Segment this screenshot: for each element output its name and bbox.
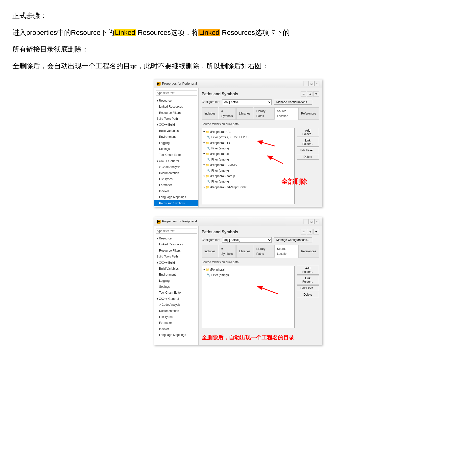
dialog2-menu-btn[interactable]: ▼ <box>313 229 319 234</box>
highlight-linked2: Linked <box>198 29 220 36</box>
dialog1-tree-item[interactable]: ▾ 📁 /Peripheral/RVMSIS <box>203 162 293 168</box>
dialog1-wrapper: ▶ Properties for Peripheral — □ × ▾ Reso… <box>12 79 464 207</box>
dialog2-tab[interactable]: Source Location <box>274 245 298 258</box>
sidebar2-item[interactable]: ▾ C/C++ General <box>154 296 198 302</box>
sidebar2-item[interactable]: Resource Filters <box>154 248 198 254</box>
dialog2-side-btn[interactable]: Add Folder... <box>297 266 319 275</box>
sidebar1-item[interactable]: Preprocessor Include Paths, Mac... <box>154 206 198 207</box>
sidebar1-item[interactable]: Build Variables <box>154 128 198 134</box>
dialog1-side-btn[interactable]: Edit Filter... <box>297 148 319 153</box>
dialog1-tree-item[interactable]: ▾ 📁 /Peripheral/Ld <box>203 151 293 157</box>
sidebar2-item[interactable]: ▾ Resource <box>154 235 198 241</box>
dialog1-side-btn[interactable]: Delete <box>297 154 319 160</box>
dialog2-filter-input[interactable] <box>156 229 197 234</box>
sidebar1-item[interactable]: Documentation <box>154 170 198 176</box>
sidebar1-item[interactable]: Resource Filters <box>154 110 198 116</box>
sidebar1-item[interactable]: Paths and Symbols <box>154 200 198 206</box>
dialog2-maximize[interactable]: □ <box>309 219 314 224</box>
dialog1-icon: ▶ <box>157 82 161 86</box>
dialog1-title: Properties for Peripheral <box>162 81 197 86</box>
sidebar2-item[interactable]: Documentation <box>154 308 198 314</box>
dialog1-side-btn[interactable]: Link Folder... <box>297 138 319 147</box>
sidebar2-item[interactable]: Indexer <box>154 326 198 332</box>
dialog1-tree-item[interactable]: 🔧 Filter (empty) <box>203 168 293 173</box>
dialog1-tree-item[interactable]: 🔧 Filter (Profile, KEY.c, LED.c) <box>203 135 293 140</box>
dialog1-tab[interactable]: Includes <box>202 107 218 120</box>
dialog1-tree-item[interactable]: ▾ 📁 /Peripheral/Startup <box>203 173 293 179</box>
sidebar1-item[interactable]: > Code Analysis <box>154 164 198 170</box>
sidebar1-item[interactable]: Indexer <box>154 188 198 194</box>
sidebar1-item[interactable]: ▾ C/C++ General <box>154 158 198 164</box>
dialog2-tab[interactable]: Library Paths <box>254 245 274 258</box>
dialog1-back-btn[interactable]: ⬅ <box>301 91 306 97</box>
dialog2-tab[interactable]: Libraries <box>236 245 253 258</box>
sidebar2-item[interactable]: Tool Chain Editor <box>154 290 198 296</box>
dialog2-minimize[interactable]: — <box>304 219 309 224</box>
sidebar1-item[interactable]: File Types <box>154 176 198 182</box>
dialog1-tab[interactable]: Library Paths <box>254 107 274 120</box>
dialog1-tab[interactable]: # Symbols <box>219 107 236 120</box>
sidebar1-item[interactable]: Logging <box>154 140 198 146</box>
dialog2-tree-item[interactable]: 🔧 Filter (empty) <box>203 272 293 278</box>
dialog1-tab[interactable]: Libraries <box>236 107 253 120</box>
dialog1-tree-item[interactable]: ▾ 📁 /Peripheral/StdPeriphDriver <box>203 185 293 190</box>
sidebar2-item[interactable]: Build Tools Path <box>154 254 198 259</box>
dialog1-forward-btn[interactable]: ➡ <box>307 91 312 97</box>
dialog1-menu-btn[interactable]: ▼ <box>313 91 319 97</box>
dialog2-side-btn[interactable]: Edit Filter... <box>297 285 319 291</box>
dialog2-tree-item[interactable]: ▾ 📁 /Peripheral <box>203 267 293 272</box>
sidebar1-item[interactable]: Language Mappings <box>154 194 198 200</box>
sidebar2-item[interactable]: File Types <box>154 314 198 320</box>
dialog1-tab[interactable]: References <box>298 107 319 120</box>
dialog2-main-title: Paths and Symbols ⬅ ➡ ▼ <box>202 229 319 235</box>
sidebar1-item[interactable]: ▾ C/C++ Build <box>154 122 198 128</box>
dialog1-tree-item[interactable]: ▾ 📁 /Peripheral/HAL <box>203 129 293 135</box>
sidebar1-item[interactable]: Tool Chain Editor <box>154 152 198 158</box>
sidebar1-item[interactable]: Environment <box>154 134 198 140</box>
dialog2-tab[interactable]: Includes <box>202 245 218 258</box>
dialog2-tab[interactable]: References <box>298 245 319 258</box>
dialog1-tree-item[interactable]: ▾ 📁 /Peripheral/LIB <box>203 140 293 146</box>
dialog2-close[interactable]: × <box>314 219 319 224</box>
dialog1-side-btn[interactable]: Add Folder... <box>297 128 319 137</box>
sidebar2-item[interactable]: Settings <box>154 284 198 290</box>
sidebar2-item[interactable]: Language Mappings <box>154 332 198 338</box>
dialog1-config-select[interactable]: obj [ Active ] <box>222 99 272 105</box>
dialog1-tree-item[interactable]: 🔧 Filter (empty) <box>203 157 293 162</box>
sidebar1-item[interactable]: Build Tools Path <box>154 116 198 122</box>
sidebar2-item[interactable]: Linked Resources <box>154 241 198 247</box>
dialog1-manage-btn[interactable]: Manage Configurations... <box>274 100 312 105</box>
dialog2-tab[interactable]: # Symbols <box>219 245 236 258</box>
sidebar1-item[interactable]: Linked Resources <box>154 104 198 110</box>
sidebar2-item[interactable]: Formatter <box>154 320 198 326</box>
dialog1-controls: — □ × <box>304 81 319 86</box>
dialog2-manage-btn[interactable]: Manage Configurations... <box>274 237 312 242</box>
sidebar2-item[interactable]: Logging <box>154 278 198 284</box>
dialog1-nav-actions: ⬅ ➡ ▼ <box>301 91 319 97</box>
dialog2-source-label: Source folders on build path: <box>202 260 319 265</box>
sidebar2-item[interactable]: ▾ C/C++ Build <box>154 260 198 266</box>
dialog1-title-left: ▶ Properties for Peripheral <box>157 81 197 86</box>
sidebar1-item[interactable]: Formatter <box>154 182 198 188</box>
sidebar2-item[interactable]: Build Variables <box>154 266 198 272</box>
dialog2-side-btns: Add Folder...Link Folder...Edit Filter..… <box>297 266 319 328</box>
sidebar1-item[interactable]: ▾ Resource <box>154 98 198 104</box>
sidebar1-item[interactable]: Settings <box>154 146 198 152</box>
dialog1-tree-item[interactable]: 🔧 Filter (empty) <box>203 146 293 151</box>
dialog1-tab[interactable]: Source Location <box>274 107 298 120</box>
dialog1-filter-input[interactable] <box>156 91 197 95</box>
dialog2-back-btn[interactable]: ⬅ <box>301 229 306 234</box>
dialog2-side-btn[interactable]: Link Folder... <box>297 276 319 284</box>
dialog1-close[interactable]: × <box>314 81 319 86</box>
dialog2-side-btn[interactable]: Delete <box>297 292 319 297</box>
sidebar2-item[interactable]: > Code Analysis <box>154 302 198 308</box>
dialog2-forward-btn[interactable]: ➡ <box>307 229 312 234</box>
sidebar2-item[interactable]: Environment <box>154 272 198 278</box>
dialog2-config-select[interactable]: obj [ Active ] <box>222 237 272 243</box>
dialog2-config-label: Configuration: <box>202 237 220 242</box>
dialog1-minimize[interactable]: — <box>304 81 309 86</box>
dialog1-maximize[interactable]: □ <box>309 81 314 86</box>
dialog2-body: ▾ ResourceLinked ResourcesResource Filte… <box>154 226 322 345</box>
dialog1-tree-item[interactable]: 🔧 Filter (empty) <box>203 179 293 184</box>
dialog2-tabs: Includes# SymbolsLibrariesLibrary PathsS… <box>202 245 319 258</box>
